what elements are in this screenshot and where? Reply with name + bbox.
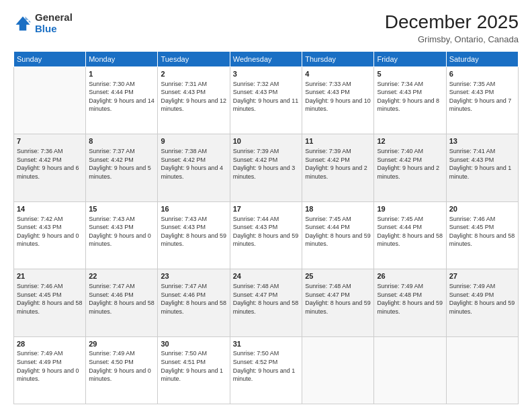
day-number: 11: [305, 136, 371, 146]
day-number: 24: [233, 271, 299, 281]
day-number: 1: [89, 69, 154, 79]
day-info: Sunrise: 7:49 AM Sunset: 4:48 PM Dayligh…: [377, 282, 443, 316]
calendar-cell: 26Sunrise: 7:49 AM Sunset: 4:48 PM Dayli…: [374, 269, 446, 336]
calendar-cell: 28Sunrise: 7:49 AM Sunset: 4:49 PM Dayli…: [14, 336, 86, 404]
day-number: 9: [161, 136, 226, 146]
day-info: Sunrise: 7:39 AM Sunset: 4:42 PM Dayligh…: [233, 147, 299, 181]
calendar-cell: 9Sunrise: 7:38 AM Sunset: 4:42 PM Daylig…: [158, 134, 230, 201]
calendar-cell: 3Sunrise: 7:32 AM Sunset: 4:43 PM Daylig…: [230, 66, 302, 134]
day-info: Sunrise: 7:43 AM Sunset: 4:43 PM Dayligh…: [161, 215, 226, 248]
day-number: 6: [449, 69, 515, 79]
day-info: Sunrise: 7:49 AM Sunset: 4:49 PM Dayligh…: [17, 349, 83, 383]
day-number: 5: [377, 69, 443, 79]
day-info: Sunrise: 7:48 AM Sunset: 4:47 PM Dayligh…: [233, 282, 299, 316]
calendar-cell: 20Sunrise: 7:46 AM Sunset: 4:45 PM Dayli…: [446, 201, 518, 269]
day-info: Sunrise: 7:35 AM Sunset: 4:43 PM Dayligh…: [449, 80, 515, 113]
logo: General Blue: [13, 12, 73, 34]
day-info: Sunrise: 7:46 AM Sunset: 4:45 PM Dayligh…: [449, 215, 515, 248]
calendar-cell: 17Sunrise: 7:44 AM Sunset: 4:43 PM Dayli…: [230, 201, 302, 269]
calendar-cell: 1Sunrise: 7:30 AM Sunset: 4:44 PM Daylig…: [86, 66, 158, 134]
calendar-cell: 29Sunrise: 7:49 AM Sunset: 4:50 PM Dayli…: [86, 336, 158, 404]
day-number: 14: [17, 204, 83, 214]
svg-marker-0: [16, 16, 30, 30]
logo-text-block: General Blue: [35, 12, 73, 34]
calendar-cell: 19Sunrise: 7:45 AM Sunset: 4:44 PM Dayli…: [374, 201, 446, 269]
day-info: Sunrise: 7:38 AM Sunset: 4:42 PM Dayligh…: [161, 147, 226, 181]
calendar-header-row: Sunday Monday Tuesday Wednesday Thursday…: [14, 51, 519, 66]
day-info: Sunrise: 7:45 AM Sunset: 4:44 PM Dayligh…: [305, 215, 371, 248]
day-info: Sunrise: 7:30 AM Sunset: 4:44 PM Dayligh…: [89, 80, 154, 113]
day-info: Sunrise: 7:32 AM Sunset: 4:43 PM Dayligh…: [233, 80, 299, 113]
day-info: Sunrise: 7:37 AM Sunset: 4:42 PM Dayligh…: [89, 147, 154, 181]
logo-general: General: [35, 11, 73, 23]
calendar-week-row: 14Sunrise: 7:42 AM Sunset: 4:43 PM Dayli…: [14, 201, 519, 269]
page: General Blue December 2025 Grimsby, Onta…: [0, 0, 532, 411]
day-number: 30: [161, 339, 226, 349]
calendar-cell: 23Sunrise: 7:47 AM Sunset: 4:46 PM Dayli…: [158, 269, 230, 336]
calendar-cell: 27Sunrise: 7:49 AM Sunset: 4:49 PM Dayli…: [446, 269, 518, 336]
logo-blue: Blue: [35, 23, 57, 34]
day-info: Sunrise: 7:42 AM Sunset: 4:43 PM Dayligh…: [17, 215, 83, 248]
day-info: Sunrise: 7:47 AM Sunset: 4:46 PM Dayligh…: [89, 282, 154, 316]
day-info: Sunrise: 7:40 AM Sunset: 4:42 PM Dayligh…: [377, 147, 443, 181]
day-number: 20: [449, 204, 515, 214]
calendar-cell: [302, 336, 374, 404]
location-subtitle: Grimsby, Ontario, Canada: [385, 34, 519, 44]
calendar-cell: 4Sunrise: 7:33 AM Sunset: 4:43 PM Daylig…: [302, 66, 374, 134]
day-info: Sunrise: 7:45 AM Sunset: 4:44 PM Dayligh…: [377, 215, 443, 248]
calendar-week-row: 21Sunrise: 7:46 AM Sunset: 4:45 PM Dayli…: [14, 269, 519, 336]
col-tuesday: Tuesday: [158, 51, 230, 66]
day-info: Sunrise: 7:49 AM Sunset: 4:49 PM Dayligh…: [449, 282, 515, 316]
day-number: 13: [449, 136, 515, 146]
day-number: 12: [377, 136, 443, 146]
calendar-cell: [374, 336, 446, 404]
calendar-cell: 18Sunrise: 7:45 AM Sunset: 4:44 PM Dayli…: [302, 201, 374, 269]
day-info: Sunrise: 7:33 AM Sunset: 4:43 PM Dayligh…: [305, 80, 371, 113]
month-title: December 2025: [385, 12, 519, 33]
calendar-cell: 11Sunrise: 7:39 AM Sunset: 4:42 PM Dayli…: [302, 134, 374, 201]
day-number: 29: [89, 339, 154, 349]
col-monday: Monday: [86, 51, 158, 66]
calendar-cell: 30Sunrise: 7:50 AM Sunset: 4:51 PM Dayli…: [158, 336, 230, 404]
day-info: Sunrise: 7:31 AM Sunset: 4:43 PM Dayligh…: [161, 80, 226, 113]
day-info: Sunrise: 7:43 AM Sunset: 4:43 PM Dayligh…: [89, 215, 154, 248]
day-number: 22: [89, 271, 154, 281]
col-wednesday: Wednesday: [230, 51, 302, 66]
day-number: 25: [305, 271, 371, 281]
day-number: 23: [161, 271, 226, 281]
day-info: Sunrise: 7:41 AM Sunset: 4:43 PM Dayligh…: [449, 147, 515, 181]
title-block: December 2025 Grimsby, Ontario, Canada: [385, 12, 519, 44]
day-number: 2: [161, 69, 226, 79]
calendar-cell: 24Sunrise: 7:48 AM Sunset: 4:47 PM Dayli…: [230, 269, 302, 336]
calendar-cell: 12Sunrise: 7:40 AM Sunset: 4:42 PM Dayli…: [374, 134, 446, 201]
calendar-cell: 7Sunrise: 7:36 AM Sunset: 4:42 PM Daylig…: [14, 134, 86, 201]
calendar-cell: 21Sunrise: 7:46 AM Sunset: 4:45 PM Dayli…: [14, 269, 86, 336]
calendar-cell: 31Sunrise: 7:50 AM Sunset: 4:52 PM Dayli…: [230, 336, 302, 404]
day-info: Sunrise: 7:36 AM Sunset: 4:42 PM Dayligh…: [17, 147, 83, 181]
day-number: 26: [377, 271, 443, 281]
calendar-cell: 22Sunrise: 7:47 AM Sunset: 4:46 PM Dayli…: [86, 269, 158, 336]
col-sunday: Sunday: [14, 51, 86, 66]
calendar-cell: 13Sunrise: 7:41 AM Sunset: 4:43 PM Dayli…: [446, 134, 518, 201]
calendar-week-row: 1Sunrise: 7:30 AM Sunset: 4:44 PM Daylig…: [14, 66, 519, 134]
col-friday: Friday: [374, 51, 446, 66]
day-number: 4: [305, 69, 371, 79]
day-number: 3: [233, 69, 299, 79]
calendar-cell: 8Sunrise: 7:37 AM Sunset: 4:42 PM Daylig…: [86, 134, 158, 201]
col-thursday: Thursday: [302, 51, 374, 66]
calendar-cell: 16Sunrise: 7:43 AM Sunset: 4:43 PM Dayli…: [158, 201, 230, 269]
col-saturday: Saturday: [446, 51, 518, 66]
calendar-cell: 15Sunrise: 7:43 AM Sunset: 4:43 PM Dayli…: [86, 201, 158, 269]
header: General Blue December 2025 Grimsby, Onta…: [13, 12, 519, 44]
day-info: Sunrise: 7:50 AM Sunset: 4:52 PM Dayligh…: [233, 349, 299, 383]
day-info: Sunrise: 7:46 AM Sunset: 4:45 PM Dayligh…: [17, 282, 83, 316]
day-info: Sunrise: 7:48 AM Sunset: 4:47 PM Dayligh…: [305, 282, 371, 316]
calendar-week-row: 7Sunrise: 7:36 AM Sunset: 4:42 PM Daylig…: [14, 134, 519, 201]
day-info: Sunrise: 7:49 AM Sunset: 4:50 PM Dayligh…: [89, 349, 154, 383]
day-info: Sunrise: 7:50 AM Sunset: 4:51 PM Dayligh…: [161, 349, 226, 383]
day-info: Sunrise: 7:34 AM Sunset: 4:43 PM Dayligh…: [377, 80, 443, 113]
day-number: 27: [449, 271, 515, 281]
day-number: 28: [17, 339, 83, 349]
calendar-cell: 25Sunrise: 7:48 AM Sunset: 4:47 PM Dayli…: [302, 269, 374, 336]
calendar-cell: 2Sunrise: 7:31 AM Sunset: 4:43 PM Daylig…: [158, 66, 230, 134]
